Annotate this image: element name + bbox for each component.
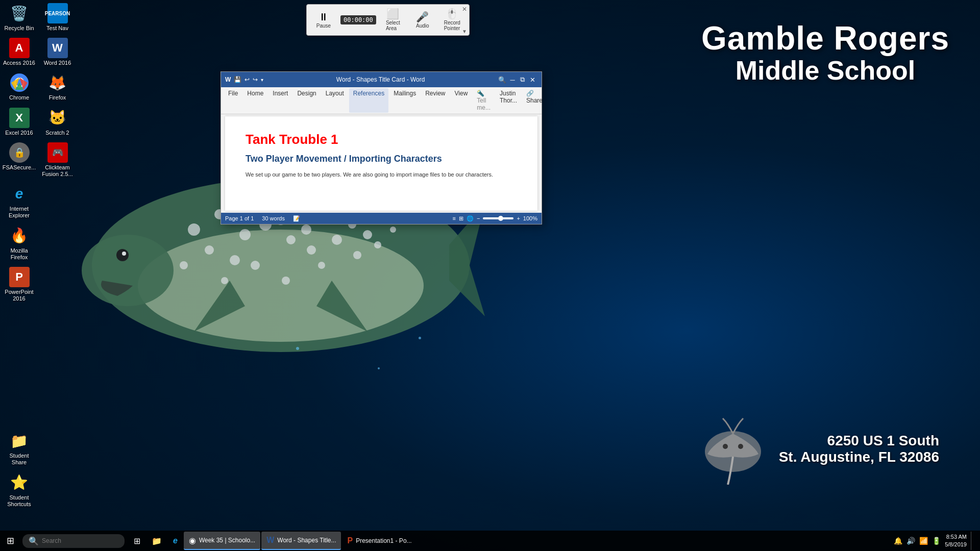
taskbar-item-word[interactable]: W Word - Shapes Title... [261, 532, 341, 550]
zoom-slider[interactable] [483, 217, 513, 219]
proofing-icon[interactable]: 📝 [293, 215, 300, 222]
word-restore-button[interactable]: ⧉ [518, 75, 527, 84]
menu-mailings[interactable]: Mailings [389, 88, 420, 113]
desktop-icon-mozilla-firefox[interactable]: 🔥 Mozilla Firefox [0, 222, 38, 264]
pause-button[interactable]: ⏸ Pause [311, 10, 336, 31]
desktop-icon-test-nav[interactable]: PEARSON Test Nav [38, 0, 77, 35]
desktop-icon-chrome[interactable]: Chrome [0, 69, 38, 104]
school-name-main: Gamble Rogers [701, 20, 949, 56]
audio-label: Audio [416, 23, 429, 29]
taskbar-chrome-label: Week 35 | Schoolo... [199, 537, 255, 544]
desktop-icon-clickteam[interactable]: 🎮 Clickteam Fusion 2.5... [38, 139, 77, 181]
taskbar-notifications[interactable]: 🔔 [894, 537, 902, 545]
ie-label: Internet Explorer [2, 206, 36, 219]
menu-home[interactable]: Home [243, 88, 267, 113]
search-input[interactable] [42, 537, 118, 544]
menu-file[interactable]: File [224, 88, 242, 113]
particle [296, 347, 299, 350]
menu-insert[interactable]: Insert [268, 88, 292, 113]
word-titlebar: W 💾 ↩ ↪ ▾ Word - Shapes Title Card - Wor… [221, 72, 542, 87]
word-close-button[interactable]: ✕ [528, 75, 537, 84]
chrome-icon [9, 72, 30, 93]
desktop-icon-scratch-2[interactable]: 🐱 Scratch 2 [38, 105, 77, 139]
word-search-button[interactable]: 🔍 [498, 75, 507, 84]
quick-undo[interactable]: ↩ [244, 76, 250, 83]
quick-customize[interactable]: ▾ [261, 77, 263, 83]
start-button[interactable]: ⊞ [0, 531, 20, 551]
desktop-icon-firefox[interactable]: 🦊 Firefox [38, 69, 77, 104]
taskbar-ppt-icon: P [347, 536, 353, 545]
taskbar-network[interactable]: 📶 [919, 537, 928, 545]
desktop-icon-fsa-secure[interactable]: 🔒 FSASecure... [0, 139, 38, 181]
zoom-out[interactable]: − [477, 215, 480, 221]
excel-icon: X [9, 108, 30, 128]
menu-share[interactable]: 🔗 Share [522, 88, 547, 113]
menu-references[interactable]: References [349, 88, 388, 113]
taskbar-item-file-explorer[interactable]: 📁 [146, 532, 167, 550]
desktop-icon-word-2016[interactable]: W Word 2016 [38, 35, 77, 69]
menu-review[interactable]: Review [421, 88, 449, 113]
word-document[interactable]: Tank Trouble 1 Two Player Movement / Imp… [225, 116, 537, 211]
word-app-icon: W [225, 76, 231, 83]
mozilla-icon: 🔥 [9, 226, 30, 246]
student-share-icon: 📁 [9, 431, 30, 451]
record-pointer-icon: 🖱️ [446, 9, 458, 19]
view-web[interactable]: 🌐 [467, 215, 474, 222]
svg-point-19 [282, 277, 290, 285]
taskbar-item-task-view[interactable]: ⊞ [129, 532, 145, 550]
chrome-label: Chrome [9, 94, 29, 101]
svg-point-6 [230, 255, 240, 265]
ppt-icon: P [9, 267, 30, 287]
menu-design[interactable]: Design [293, 88, 320, 113]
start-icon: ⊞ [7, 535, 14, 546]
access-icon: A [9, 38, 30, 58]
taskbar-datetime[interactable]: 8:53 AM 5/8/2019 [945, 533, 967, 549]
taskbar: ⊞ 🔍 ⊞ 📁 e ◉ Week 35 | Schoolo... W Word … [0, 531, 980, 551]
desktop-icon-recycle-bin[interactable]: 🗑️ Recycle Bin [0, 0, 38, 35]
audio-button[interactable]: 🎤 Audio [410, 10, 435, 31]
word-minimize-button[interactable]: ─ [508, 75, 517, 84]
taskbar-item-ppt[interactable]: P Presentation1 - Po... [342, 532, 416, 550]
taskbar-ppt-label: Presentation1 - Po... [356, 537, 411, 544]
desktop-icon-access-2016[interactable]: A Access 2016 [0, 35, 38, 69]
scratch-label: Scratch 2 [45, 130, 69, 136]
pause-label: Pause [316, 23, 331, 29]
school-address: 6250 US 1 South St. Augustine, FL 32086 [779, 433, 939, 465]
view-layout[interactable]: ⊞ [459, 215, 463, 222]
search-icon: 🔍 [29, 536, 39, 546]
desktop-icon-powerpoint-2016[interactable]: P PowerPoint 2016 [0, 264, 38, 305]
recording-expand[interactable]: ▼ [462, 29, 467, 34]
school-logo [697, 413, 769, 485]
quick-redo[interactable]: ↪ [253, 76, 258, 83]
select-area-button[interactable]: ⬜ SelectArea [380, 7, 406, 33]
zoom-in[interactable]: + [517, 215, 520, 221]
desktop-icon-internet-explorer[interactable]: e Internet Explorer [0, 181, 38, 222]
excel-label: Excel 2016 [5, 130, 33, 136]
taskbar-item-edge[interactable]: e [168, 532, 183, 550]
doc-subtitle: Two Player Movement / Importing Characte… [246, 154, 517, 164]
taskbar-item-chrome[interactable]: ◉ Week 35 | Schoolo... [184, 532, 260, 550]
menu-layout[interactable]: Layout [322, 88, 348, 113]
desktop-icon-student-shortcuts[interactable]: ⭐ Student Shortcuts [0, 469, 38, 511]
menu-user[interactable]: Justin Thor... [496, 88, 521, 113]
desktop-icon-student-share[interactable]: 📁 Student Share [0, 428, 38, 469]
taskbar-battery[interactable]: 🔋 [932, 537, 941, 545]
menu-view[interactable]: View [451, 88, 472, 113]
audio-icon: 🎤 [416, 12, 429, 22]
show-desktop[interactable] [971, 532, 974, 550]
desktop-icon-excel-2016[interactable]: X Excel 2016 [0, 105, 38, 139]
file-explorer-icon: 📁 [152, 536, 162, 546]
zoom-level: 100% [523, 215, 537, 221]
taskbar-search[interactable]: 🔍 [22, 534, 125, 548]
view-normal[interactable]: ≡ [453, 215, 456, 221]
task-view-icon: ⊞ [134, 536, 140, 546]
taskbar-volume[interactable]: 🔊 [906, 537, 915, 545]
recording-close-button[interactable]: ✕ [462, 6, 467, 13]
record-pointer-button[interactable]: 🖱️ RecordPointer [439, 7, 465, 33]
word-menu-bar: File Home Insert Design Layout Reference… [221, 87, 542, 114]
svg-point-26 [122, 252, 126, 256]
word-statusbar: Page 1 of 1 30 words 📝 ≡ ⊞ 🌐 − + 100% [221, 213, 542, 224]
quick-save[interactable]: 💾 [234, 76, 241, 83]
clickteam-icon: 🎮 [47, 142, 68, 163]
menu-tell-me[interactable]: 🔦 Tell me... [473, 88, 495, 113]
